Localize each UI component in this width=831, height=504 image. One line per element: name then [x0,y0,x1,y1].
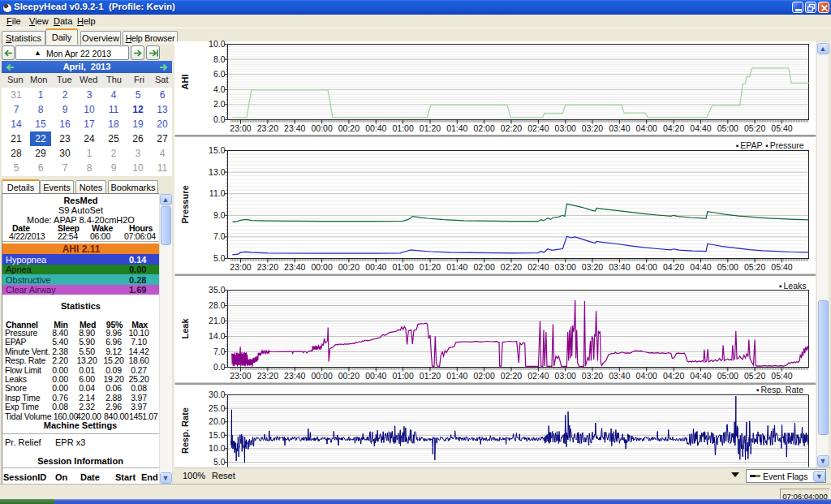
svg-text:Leak: Leak [180,318,190,339]
svg-text:EPAP: EPAP [740,140,762,150]
svg-text:04:00: 04:00 [636,262,657,272]
svg-text:15.0: 15.0 [209,430,226,440]
svg-text:13.0: 13.0 [209,167,226,177]
svg-text:23:40: 23:40 [284,123,305,133]
svg-text:00:00: 00:00 [311,123,332,133]
svg-text:04:20: 04:20 [663,123,684,133]
svg-text:05:20: 05:20 [744,371,765,381]
svg-text:Pressure: Pressure [770,140,804,150]
svg-text:05:40: 05:40 [771,123,792,133]
svg-text:30.0: 30.0 [209,390,226,399]
svg-text:6.0: 6.0 [213,69,226,79]
svg-text:04:40: 04:40 [690,262,711,272]
svg-text:00:20: 00:20 [338,262,360,272]
svg-text:23:20: 23:20 [257,371,278,381]
svg-text:10.0: 10.0 [209,39,226,49]
svg-text:11.0: 11.0 [209,188,226,198]
svg-text:04:00: 04:00 [636,371,657,381]
svg-text:23:40: 23:40 [284,262,305,272]
svg-text:9.0: 9.0 [213,210,226,220]
svg-text:21.0: 21.0 [209,316,226,325]
svg-text:5.0: 5.0 [213,253,226,263]
svg-text:02:00: 02:00 [473,123,494,133]
svg-text:03:00: 03:00 [555,262,576,272]
svg-text:01:20: 01:20 [420,371,441,381]
svg-text:02:20: 02:20 [501,371,522,381]
svg-text:05:00: 05:00 [717,371,738,381]
svg-text:5.0: 5.0 [213,457,226,467]
svg-text:01:20: 01:20 [420,123,441,133]
svg-text:05:00: 05:00 [717,123,738,133]
svg-text:03:00: 03:00 [555,123,576,133]
svg-text:Leaks: Leaks [784,281,807,291]
svg-text:04:40: 04:40 [690,123,711,133]
svg-text:15.0: 15.0 [209,145,226,155]
svg-text:04:40: 04:40 [690,371,711,381]
svg-text:00:40: 00:40 [365,262,386,272]
svg-text:10.0: 10.0 [209,443,226,453]
svg-text:02:20: 02:20 [501,123,522,133]
svg-text:05:40: 05:40 [771,262,792,272]
svg-text:Resp. Rate: Resp. Rate [761,385,804,394]
svg-text:01:00: 01:00 [392,371,413,381]
svg-text:03:40: 03:40 [609,123,630,133]
svg-text:03:20: 03:20 [582,123,603,133]
svg-text:8.0: 8.0 [213,54,226,64]
svg-text:03:40: 03:40 [609,371,630,381]
svg-text:00:20: 00:20 [338,123,360,133]
svg-text:00:40: 00:40 [365,371,386,381]
svg-text:01:40: 01:40 [446,371,467,381]
svg-text:02:40: 02:40 [527,262,549,272]
svg-text:02:00: 02:00 [473,262,494,272]
svg-text:04:20: 04:20 [663,262,684,272]
svg-text:28.0: 28.0 [209,300,226,310]
svg-text:23:00: 23:00 [230,371,251,381]
svg-text:0.0: 0.0 [213,114,226,124]
svg-text:23:00: 23:00 [230,123,251,133]
svg-text:14.0: 14.0 [209,331,226,341]
svg-text:03:20: 03:20 [582,262,603,272]
svg-text:02:40: 02:40 [527,371,549,381]
svg-text:35.0: 35.0 [209,285,226,295]
svg-text:23:20: 23:20 [257,123,278,133]
svg-text:04:20: 04:20 [663,371,684,381]
svg-text:00:20: 00:20 [338,371,360,381]
svg-text:2.0: 2.0 [213,99,226,109]
svg-text:7.0: 7.0 [213,231,226,241]
svg-text:03:00: 03:00 [555,371,576,381]
svg-text:02:20: 02:20 [501,262,522,272]
svg-text:20.0: 20.0 [209,416,226,426]
svg-text:01:00: 01:00 [392,123,413,133]
svg-text:00:40: 00:40 [365,123,386,133]
svg-text:00:00: 00:00 [311,262,332,272]
svg-text:23:40: 23:40 [284,371,305,381]
svg-text:04:00: 04:00 [636,123,657,133]
svg-text:01:40: 01:40 [446,262,467,272]
svg-text:4.0: 4.0 [213,84,226,94]
svg-text:7.0: 7.0 [213,347,226,356]
svg-text:AHI: AHI [180,75,190,90]
svg-text:23:20: 23:20 [257,262,278,272]
svg-text:02:00: 02:00 [473,371,494,381]
svg-text:03:20: 03:20 [582,371,603,381]
svg-text:02:40: 02:40 [527,123,549,133]
svg-text:05:20: 05:20 [744,262,765,272]
svg-text:05:40: 05:40 [771,371,792,381]
svg-text:01:00: 01:00 [392,262,413,272]
svg-text:05:20: 05:20 [744,123,765,133]
svg-text:0.0: 0.0 [213,362,226,372]
svg-text:00:00: 00:00 [311,371,332,381]
svg-text:05:00: 05:00 [717,262,738,272]
svg-text:03:40: 03:40 [609,262,630,272]
svg-text:25.0: 25.0 [209,403,226,413]
svg-text:Pressure: Pressure [180,185,190,223]
svg-text:23:00: 23:00 [230,262,251,272]
svg-text:Resp. Rate: Resp. Rate [180,407,190,454]
svg-text:01:20: 01:20 [420,262,441,272]
svg-text:01:40: 01:40 [446,123,467,133]
